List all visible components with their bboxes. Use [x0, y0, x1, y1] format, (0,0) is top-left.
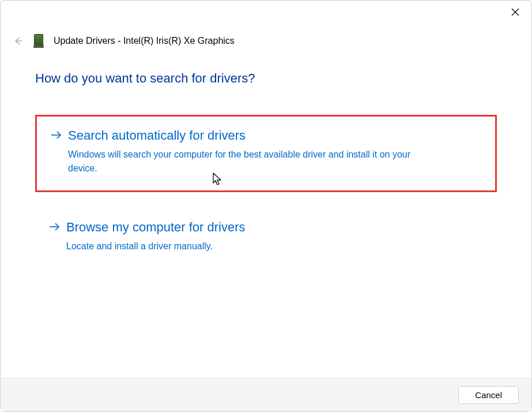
- footer: Cancel: [1, 378, 531, 411]
- cancel-button[interactable]: Cancel: [458, 386, 519, 404]
- option-description: Windows will search your computer for th…: [68, 148, 437, 175]
- back-arrow-icon: [13, 36, 23, 46]
- option-search-automatically[interactable]: Search automatically for drivers Windows…: [35, 115, 497, 192]
- close-icon: [511, 8, 520, 17]
- close-button[interactable]: [506, 3, 525, 21]
- header-row: Update Drivers - Intel(R) Iris(R) Xe Gra…: [1, 24, 531, 48]
- option-header: Search automatically for drivers: [51, 128, 481, 143]
- option-description: Locate and install a driver manually.: [66, 239, 435, 253]
- option-title: Browse my computer for drivers: [66, 220, 246, 235]
- arrow-right-icon: [49, 222, 61, 233]
- content-area: How do you want to search for drivers? S…: [1, 48, 531, 378]
- dialog-title: Update Drivers - Intel(R) Iris(R) Xe Gra…: [54, 36, 235, 46]
- option-header: Browse my computer for drivers: [49, 220, 483, 235]
- question-heading: How do you want to search for drivers?: [35, 71, 497, 86]
- option-title: Search automatically for drivers: [68, 128, 246, 143]
- arrow-right-icon: [51, 130, 62, 141]
- device-icon: [34, 34, 43, 48]
- update-drivers-dialog: Update Drivers - Intel(R) Iris(R) Xe Gra…: [0, 0, 532, 412]
- option-browse-computer[interactable]: Browse my computer for drivers Locate an…: [35, 208, 497, 268]
- titlebar: [1, 1, 531, 24]
- back-button[interactable]: [12, 35, 24, 47]
